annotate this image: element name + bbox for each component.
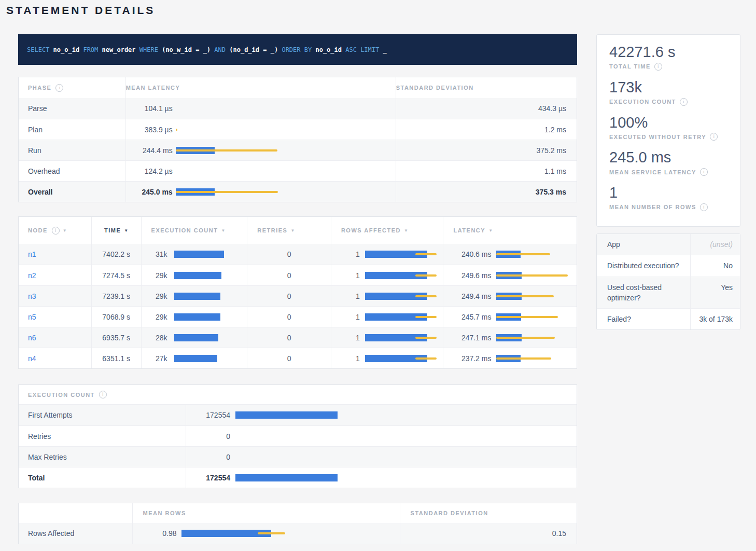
- summary-stat: 42271.6 sTOTAL TIMEi: [609, 43, 729, 71]
- sort-arrow-icon[interactable]: ▼: [488, 228, 493, 233]
- attribute-value: (unset): [690, 234, 740, 255]
- latency-cell: 240.6 ms: [443, 244, 577, 265]
- execution-count-header-cell[interactable]: EXECUTION COUNT ▼: [141, 217, 247, 244]
- latency-header-label: LATENCY: [453, 227, 485, 233]
- node-table-row: n66935.7 s28k01247.1 ms: [19, 327, 577, 348]
- rows-affected-header-cell[interactable]: ROWS AFFECTED ▼: [331, 217, 443, 244]
- execution-count-table: EXECUTION COUNT i First Attempts172554Re…: [18, 384, 577, 488]
- phase-table-row: Parse104.1 µs434.3 µs: [19, 98, 577, 119]
- standard-deviation-value: 375.3 ms: [396, 182, 577, 202]
- sort-arrow-icon[interactable]: ▼: [63, 228, 67, 233]
- phase-header-cell: PHASE i: [19, 77, 125, 98]
- info-icon[interactable]: i: [55, 84, 63, 92]
- node-link[interactable]: n4: [28, 354, 36, 363]
- stddev-line: [415, 337, 437, 339]
- sql-statement-box: SELECT no_o_id FROM new_order WHERE (no_…: [18, 34, 577, 65]
- latency-header-cell[interactable]: LATENCY ▼: [443, 217, 577, 244]
- info-icon[interactable]: i: [52, 227, 60, 235]
- retries-value: 0: [247, 348, 331, 368]
- attribute-label: Distributed execution?: [597, 255, 690, 276]
- time-value: 7274.5 s: [91, 265, 141, 285]
- rows-affected-table: MEAN ROWS STANDARD DEVIATION Rows Affect…: [18, 503, 577, 544]
- sql-keyword: AND: [214, 46, 226, 53]
- node-header-cell[interactable]: NODE i ▼: [19, 217, 91, 244]
- sort-arrow-icon[interactable]: ▼: [290, 228, 295, 233]
- sort-arrow-icon[interactable]: ▼: [221, 228, 225, 233]
- stat-label-text: MEAN NUMBER OF ROWS: [609, 204, 696, 210]
- node-link[interactable]: n3: [28, 292, 36, 300]
- node-cell: n3: [19, 286, 91, 306]
- mean-bar: [174, 293, 221, 300]
- execution-count-value: 29k: [142, 292, 167, 300]
- execution-count-value: 29k: [142, 313, 167, 321]
- execution-count-row-cell: 0: [186, 426, 577, 446]
- standard-deviation-value: 1.1 ms: [396, 161, 577, 181]
- latency-bar: [496, 286, 573, 306]
- info-icon[interactable]: i: [99, 391, 107, 398]
- execution-count-value: 28k: [142, 334, 167, 342]
- stat-label: EXECUTION COUNTi: [609, 98, 729, 106]
- mean-bar: [174, 272, 221, 279]
- retries-header-cell[interactable]: RETRIES ▼: [247, 217, 331, 244]
- latency-bar: [176, 119, 394, 140]
- phase-name: Overall: [19, 182, 125, 202]
- phase-name: Run: [19, 140, 125, 160]
- latency-bar: [496, 265, 573, 285]
- stddev-line: [496, 357, 551, 360]
- stat-label: TOTAL TIMEi: [609, 63, 729, 71]
- node-table: NODE i ▼ TIME ▼ EXECUTION COUNT ▼ RETRIE…: [18, 216, 577, 369]
- mean-bar: [235, 411, 338, 419]
- phase-table-row: Run244.4 ms375.2 ms: [19, 140, 577, 160]
- sort-arrow-icon[interactable]: ▼: [404, 228, 408, 233]
- rows-affected-bar: [365, 327, 440, 348]
- stat-label: MEAN SERVICE LATENCYi: [609, 168, 729, 176]
- execution-count-bar: [235, 405, 375, 425]
- execution-count-cell: 29k: [141, 265, 247, 285]
- mean-latency-value: 245.0 ms: [126, 188, 173, 196]
- info-icon[interactable]: i: [654, 63, 662, 71]
- rows-affected-header-label: ROWS AFFECTED: [341, 227, 401, 233]
- execution-count-row-label: Total: [19, 467, 186, 488]
- latency-value: 249.4 ms: [450, 292, 491, 300]
- latency-value: 237.2 ms: [450, 354, 491, 363]
- latency-bar: [496, 244, 573, 265]
- stat-value: 100%: [609, 114, 729, 132]
- phase-table-row: Overhead124.2 µs1.1 ms: [19, 160, 577, 181]
- info-icon[interactable]: i: [700, 168, 708, 176]
- stat-label: EXECUTED WITHOUT RETRYi: [609, 133, 729, 141]
- info-icon[interactable]: i: [710, 133, 718, 141]
- mean-bar: [174, 355, 217, 362]
- mean-latency-cell: 244.4 ms: [125, 140, 396, 160]
- execution-count-row: Max Retries0: [19, 446, 577, 467]
- time-header-cell[interactable]: TIME ▼: [91, 217, 141, 244]
- mean-latency-cell: 104.1 µs: [125, 98, 396, 119]
- latency-value: 240.6 ms: [450, 250, 491, 258]
- latency-bar: [496, 307, 573, 327]
- node-link[interactable]: n2: [28, 271, 36, 280]
- info-icon[interactable]: i: [700, 203, 708, 211]
- mean-latency-value: 104.1 µs: [126, 104, 173, 113]
- node-link[interactable]: n6: [28, 334, 36, 342]
- standard-deviation-value: 434.3 µs: [396, 98, 577, 119]
- sort-arrow-icon[interactable]: ▼: [124, 228, 128, 233]
- execution-count-cell: 29k: [141, 286, 247, 306]
- rows-affected-bar: [365, 307, 440, 327]
- node-cell: n2: [19, 265, 91, 285]
- node-link[interactable]: n5: [28, 313, 36, 321]
- stddev-line: [496, 316, 557, 318]
- latency-cell: 249.6 ms: [443, 265, 577, 285]
- mean-latency-header-label: MEAN LATENCY: [126, 85, 180, 91]
- attribute-row: Used cost-based optimizer?Yes: [597, 277, 740, 309]
- info-icon[interactable]: i: [680, 98, 688, 106]
- rows-affected-bar: [365, 244, 440, 265]
- standard-deviation-value: 1.2 ms: [396, 119, 577, 140]
- stat-value: 1: [609, 184, 729, 202]
- latency-value: 249.6 ms: [450, 271, 491, 280]
- node-link[interactable]: n1: [28, 250, 36, 258]
- summary-stat: 173kEXECUTION COUNTi: [609, 78, 729, 106]
- stddev-line: [496, 295, 554, 297]
- latency-value: 245.7 ms: [450, 313, 491, 321]
- stat-label-text: TOTAL TIME: [609, 63, 651, 70]
- mean-latency-cell: 245.0 ms: [125, 182, 396, 202]
- standard-deviation-value: 375.2 ms: [396, 140, 577, 160]
